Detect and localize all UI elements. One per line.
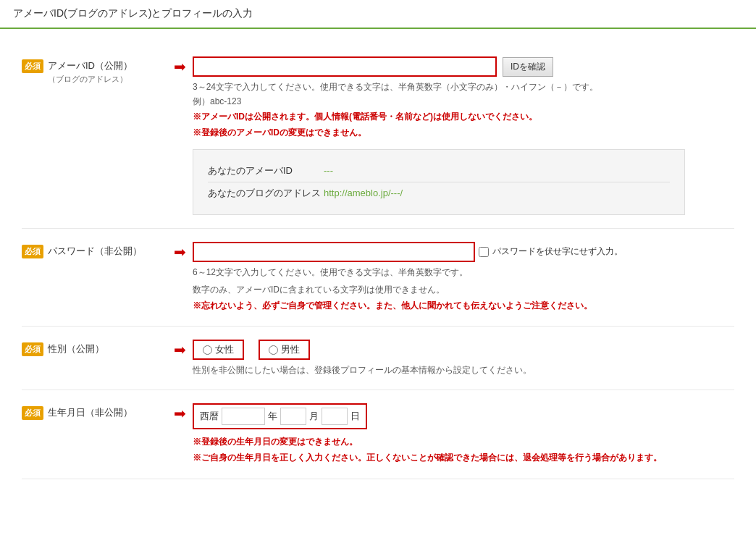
gender-field-label: 性別（公開） <box>48 342 104 355</box>
ameba-id-input-row: IDを確認 <box>193 56 734 77</box>
password-input-row: パスワードを伏せ字にせず入力。 <box>193 242 734 262</box>
password-input[interactable] <box>193 242 475 262</box>
ameba-id-sublabel: （ブログのアドレス） <box>48 74 133 85</box>
era-label: 西暦 <box>200 410 219 423</box>
ameba-id-label-group: アメーバID（公開） （ブログのアドレス） <box>48 59 133 85</box>
password-field-label: パスワード（非公開） <box>48 245 142 258</box>
page-container: アメーバID(ブログのアドレス)とプロフィールの入力 必須 アメーバID（公開）… <box>0 0 756 543</box>
birthdate-row: 西暦 年 月 日 <box>193 403 367 429</box>
month-input[interactable] <box>280 408 306 425</box>
show-password-checkbox[interactable] <box>479 247 489 257</box>
ameba-id-input[interactable] <box>193 56 497 77</box>
male-label: 男性 <box>281 343 300 356</box>
password-label-col: 必須 パスワード（非公開） <box>22 242 167 258</box>
password-section: 必須 パスワード（非公開） ➡ パスワードを伏せ字にせず入力。 6～12文字で入… <box>22 229 734 327</box>
preview-id-value: --- <box>324 165 333 176</box>
year-input[interactable] <box>222 408 265 425</box>
ameba-id-section: 必須 アメーバID（公開） （ブログのアドレス） ➡ IDを確認 3～24文字で… <box>22 43 734 229</box>
day-input[interactable] <box>322 408 348 425</box>
birthdate-required: 必須 <box>22 406 43 420</box>
ameba-id-preview-box: あなたのアメーバID --- あなたのブログのアドレス http://amebl… <box>193 149 685 215</box>
preview-id-label: あなたのアメーバID <box>208 164 324 177</box>
content-area: 必須 アメーバID（公開） （ブログのアドレス） ➡ IDを確認 3～24文字で… <box>0 29 756 494</box>
ameba-id-hint1: 3～24文字で入力してください。使用できる文字は、半角英数字（小文字のみ）・ハイ… <box>193 80 734 94</box>
gender-arrow-icon: ➡ <box>174 342 186 357</box>
birthdate-field-label: 生年月日（非公開） <box>48 406 133 419</box>
password-input-col: パスワードを伏せ字にせず入力。 6～12文字で入力してください。使用できる文字は… <box>193 242 734 313</box>
gender-options: 女性 男性 <box>193 340 734 360</box>
password-hint2: 数字のみ、アメーバIDに含まれている文字列は使用できません。 <box>193 283 734 297</box>
birthdate-input-col: 西暦 年 月 日 ※登録後の生年月日の変更はできません。 ※ご自身の生年月日を正… <box>193 403 734 465</box>
birthdate-warning1: ※登録後の生年月日の変更はできません。 <box>193 435 734 449</box>
ameba-id-field-label: アメーバID（公開） <box>48 59 133 72</box>
gender-input-col: 女性 男性 性別を非公開にしたい場合は、登録後プロフィールの基本情報から設定して… <box>193 340 734 376</box>
ameba-id-preview-id-row: あなたのアメーバID --- <box>208 160 670 182</box>
ameba-id-arrow-icon: ➡ <box>174 59 186 74</box>
preview-url-label: あなたのブログのアドレス <box>208 187 324 200</box>
password-hint1: 6～12文字で入力してください。使用できる文字は、半角英数字です。 <box>193 266 734 279</box>
gender-required: 必須 <box>22 342 43 356</box>
id-confirm-button[interactable]: IDを確認 <box>503 57 553 77</box>
gender-hint: 性別を非公開にしたい場合は、登録後プロフィールの基本情報から設定してください。 <box>193 364 734 376</box>
ameba-id-warning2: ※登録後のアメーバIDの変更はできません。 <box>193 126 734 140</box>
birthdate-arrow-icon: ➡ <box>174 406 186 421</box>
ameba-id-required: 必須 <box>22 59 43 73</box>
month-label: 月 <box>309 410 319 423</box>
female-radio-label[interactable]: 女性 <box>193 340 244 360</box>
day-label: 日 <box>350 410 360 423</box>
password-arrow-icon: ➡ <box>174 245 186 259</box>
show-password-label: パスワードを伏せ字にせず入力。 <box>492 245 623 258</box>
ameba-id-arrow-col: ➡ <box>167 56 193 74</box>
gender-section: 必須 性別（公開） ➡ 女性 男性 性別を非公開にしたい場合は、登録後プ <box>22 327 734 390</box>
ameba-id-preview-url-row: あなたのブログのアドレス http://ameblo.jp/---/ <box>208 182 670 204</box>
gender-arrow-col: ➡ <box>167 340 193 357</box>
ameba-id-label-col: 必須 アメーバID（公開） （ブログのアドレス） <box>22 56 167 85</box>
password-arrow-col: ➡ <box>167 242 193 259</box>
gender-label-col: 必須 性別（公開） <box>22 340 167 356</box>
birthdate-label-col: 必須 生年月日（非公開） <box>22 403 167 420</box>
male-radio[interactable] <box>269 345 278 355</box>
birthdate-section: 必須 生年月日（非公開） ➡ 西暦 年 月 日 ※登録後の生年月日の変更はできま… <box>22 390 734 479</box>
preview-url-value: http://ameblo.jp/---/ <box>324 188 403 198</box>
female-label: 女性 <box>215 343 234 356</box>
birthdate-warning2: ※ご自身の生年月日を正しく入力ください。正しくないことが確認できた場合には、退会… <box>193 451 663 465</box>
ameba-id-hint-example: 例）abc-123 <box>193 96 734 108</box>
ameba-id-input-col: IDを確認 3～24文字で入力してください。使用できる文字は、半角英数字（小文字… <box>193 56 734 215</box>
page-title: アメーバID(ブログのアドレス)とプロフィールの入力 <box>13 7 253 19</box>
birthdate-arrow-col: ➡ <box>167 403 193 421</box>
female-radio[interactable] <box>203 345 212 355</box>
male-radio-label[interactable]: 男性 <box>259 340 310 360</box>
page-header: アメーバID(ブログのアドレス)とプロフィールの入力 <box>0 0 756 29</box>
password-required: 必須 <box>22 245 43 258</box>
year-label: 年 <box>268 410 277 423</box>
password-warning: ※忘れないよう、必ずご自身で管理ください。また、他人に聞かれても伝えないようご注… <box>193 299 734 313</box>
ameba-id-warning1: ※アメーバIDは公開されます。個人情報(電話番号・名前など)は使用しないでくださ… <box>193 110 734 124</box>
